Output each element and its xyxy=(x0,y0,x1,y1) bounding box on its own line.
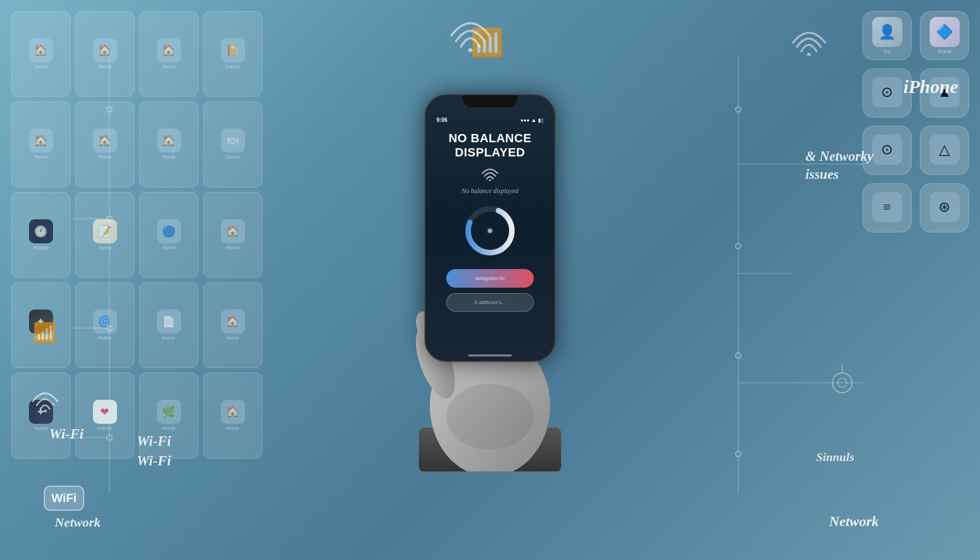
app-icon-img-14: 🌀 xyxy=(93,310,117,334)
app-icon-img-11: 🔵 xyxy=(157,219,181,243)
app-icon-1: 🏠 Home xyxy=(11,11,71,97)
app-label-3: Home xyxy=(162,64,175,69)
signals-label: Sinnuls xyxy=(816,450,854,464)
app-icon-img-13: ✦ xyxy=(29,310,53,334)
app-label-12: Home xyxy=(226,245,239,250)
app-icon-img-5: 🏠 xyxy=(29,129,53,153)
right-icon-img-5: ⊙ xyxy=(872,135,902,165)
app-icon-img-15: 📄 xyxy=(157,310,181,334)
app-label-14: Robot xyxy=(98,335,111,341)
phone-slider-red[interactable]: astttgpttoo bc xyxy=(446,269,534,288)
right-icon-img-7: ≡ xyxy=(872,192,902,222)
slider-red-text: astttgpttoo bc xyxy=(475,276,505,281)
app-icon-img-12: 🏠 xyxy=(221,219,245,243)
hand-wrapper: 9:06 ●●● ▲ ▮▯ NO BALANCE DISPLAYED xyxy=(386,89,594,471)
app-icon-14: 🌀 Robot xyxy=(75,282,135,368)
app-icon-img-19: 🌿 xyxy=(157,400,181,424)
wifi-box: WiFi xyxy=(44,486,84,511)
app-label-6: Home xyxy=(98,154,111,160)
app-icon-15: 📄 Name xyxy=(139,282,199,368)
no-balance-line1: NO BALANCE xyxy=(448,131,532,145)
app-icon-img-6: 🏠 xyxy=(93,129,117,153)
app-icon-img-16: 🏠 xyxy=(221,310,245,334)
app-icon-img-7: 🏠 xyxy=(157,129,181,153)
phone-status-bar: 9:06 ●●● ▲ ▮▯ xyxy=(425,114,555,126)
network-label-right: Network xyxy=(829,514,879,530)
app-icon-img-20: 🏠 xyxy=(221,400,245,424)
wifi-symbol-top-center xyxy=(448,16,492,54)
svg-point-24 xyxy=(44,410,47,412)
right-app-1: 👤 Ilos xyxy=(862,11,912,60)
no-balance-heading: NO BALANCE DISPLAYED xyxy=(440,131,540,160)
app-icon-img-9: 🕐 xyxy=(29,219,53,243)
right-app-8: ⊛ xyxy=(920,183,969,232)
phone-container: 9:06 ●●● ▲ ▮▯ NO BALANCE DISPLAYED xyxy=(386,89,594,471)
right-icon-img-1: 👤 xyxy=(872,17,902,47)
app-label-16: Home xyxy=(226,335,239,341)
right-app-label-1: Ilos xyxy=(883,49,891,54)
app-label-2: Home xyxy=(98,64,111,69)
phone-status-icons: ●●● ▲ ▮▯ xyxy=(521,117,544,123)
app-icon-img-18: ❤ xyxy=(93,400,117,424)
right-icon-img-6: △ xyxy=(930,135,960,165)
right-app-label-2: Brand xyxy=(938,49,951,54)
svg-point-25 xyxy=(489,179,491,181)
phone-slider-gray[interactable]: D atttbcooi s... xyxy=(446,293,534,312)
slider-gray-text: D atttbcooi s... xyxy=(474,300,506,305)
right-icon-img-2: 🔷 xyxy=(930,17,960,47)
screen-wifi-icon xyxy=(481,167,499,185)
app-icon-img-10: 📝 xyxy=(93,219,117,243)
no-balance-line2: DISPLAYED xyxy=(448,145,532,160)
wifi-symbol-bottom-left xyxy=(30,388,60,418)
app-icon-18: ❤ Hokum xyxy=(75,372,135,458)
app-icon-7: 🏠 Home xyxy=(139,101,199,187)
screen-subtitle: No balance displayed xyxy=(462,187,518,195)
app-icon-12: 🏠 Home xyxy=(203,192,262,278)
app-label-13: Traffic xyxy=(34,335,48,341)
right-app-grid: 👤 Ilos 🔷 Brand ⊙ ▲ ⊙ △ ≡ ⊛ xyxy=(862,11,969,232)
network-issues-text: & Networkyissues xyxy=(806,149,873,182)
app-icon-4: 📔 Diaries xyxy=(203,11,262,97)
right-app-7: ≡ xyxy=(862,183,912,232)
app-label-19: Home xyxy=(162,425,175,431)
svg-point-49 xyxy=(807,53,811,56)
svg-point-48 xyxy=(468,48,472,52)
phone-screen: 9:06 ●●● ▲ ▮▯ NO BALANCE DISPLAYED xyxy=(425,95,555,361)
app-label-7: Home xyxy=(162,154,175,160)
app-label-1: Home xyxy=(34,64,47,69)
app-label-18: Hokum xyxy=(97,425,113,431)
app-label-15: Name xyxy=(162,335,175,341)
svg-point-47 xyxy=(446,384,534,450)
app-label-4: Diaries xyxy=(225,64,240,69)
network-label-left: Network xyxy=(55,515,101,530)
wifi-symbol-top-right xyxy=(791,27,827,58)
phone-time: 9:06 xyxy=(436,117,447,123)
network-issues-label: & Networkyissues xyxy=(806,148,873,183)
phone-gauge xyxy=(463,203,517,258)
app-icon-img-2: 🏠 xyxy=(93,38,117,62)
app-label-10: Home xyxy=(98,245,111,250)
app-label-5: Home xyxy=(34,154,47,160)
wifi-labels-stack: Wi-Fi Wi-Fi xyxy=(137,433,171,472)
right-app-6: △ xyxy=(920,126,969,175)
app-icon-9: 🕐 Hotpos xyxy=(11,192,71,278)
app-label-9: Hotpos xyxy=(33,245,49,250)
app-label-8: Dinner xyxy=(225,154,240,160)
signal-icon: ●●● xyxy=(521,118,529,123)
right-icon-img-3: ⊙ xyxy=(872,77,902,107)
svg-point-29 xyxy=(488,229,492,233)
left-app-grid: 🏠 Home 🏠 Home 🏠 Home 📔 Diaries 🏠 Home 🏠 … xyxy=(0,0,273,560)
app-icon-img-3: 🏠 xyxy=(157,38,181,62)
right-icon-img-8: ⊛ xyxy=(930,192,960,222)
wifi-label-2: Wi-Fi xyxy=(137,453,171,469)
app-icon-8: 🍽 Dinner xyxy=(203,101,262,187)
app-icon-3: 🏠 Home xyxy=(139,11,199,97)
app-icon-16: 🏠 Home xyxy=(203,282,262,368)
right-app-2: 🔷 Brand xyxy=(920,11,969,60)
app-icon-11: 🔵 Home xyxy=(139,192,199,278)
app-icon-img-8: 🍽 xyxy=(221,129,245,153)
app-icon-2: 🏠 Home xyxy=(75,11,135,97)
app-label-17: Yunos xyxy=(34,425,48,431)
wifi-status-icon: ▲ xyxy=(531,117,536,123)
gauge-svg xyxy=(463,203,517,258)
